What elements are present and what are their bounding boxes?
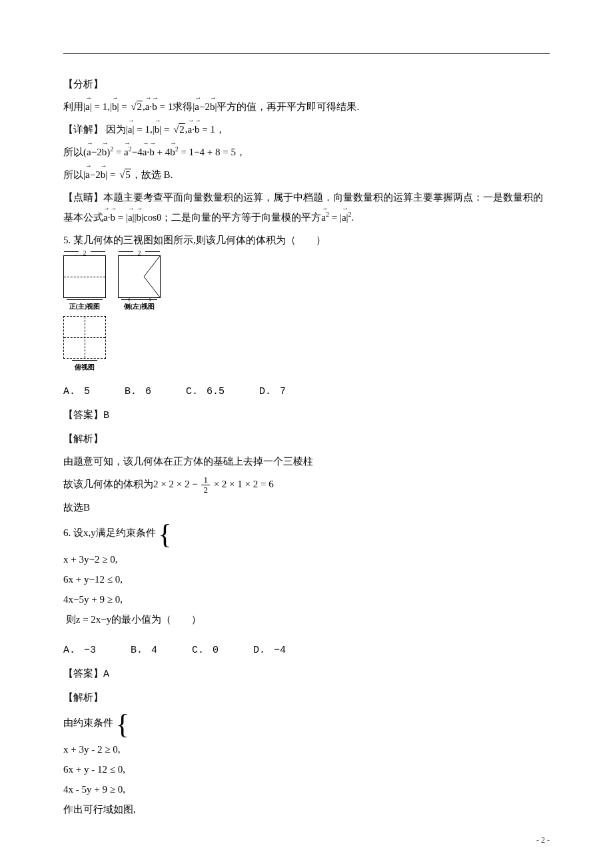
q5-answer: 【答案】B — [63, 403, 550, 427]
text: ， — [236, 147, 246, 157]
text: ；二是向量的平方等于向量模的平方 — [161, 212, 321, 223]
answer-value: B — [103, 410, 109, 421]
q5-jiexi-1: 由题意可知，该几何体在正方体的基础上去掉一个三棱柱 — [63, 450, 550, 473]
q6-jiexi-label: 【解析】 — [63, 686, 550, 709]
option-c: C. 6.5 — [186, 386, 225, 397]
dianjing-block: 【点睛】本题主要考查平面向量数量积的运算，属于中档题．向量数量积的运算主要掌握两… — [63, 186, 550, 229]
front-view: 2 正(主)视图 — [63, 255, 106, 313]
text: 由约束条件 — [63, 718, 113, 729]
text: 求得 — [173, 101, 193, 112]
dim-label: 2 — [64, 247, 105, 260]
analysis-block: 【分析】 — [63, 73, 550, 95]
dianjing-heading: 【点睛】 — [63, 192, 103, 203]
fraction: 12 — [201, 475, 210, 495]
constraint-1: x + 3y−2 ≥ 0, — [63, 549, 550, 569]
numerator: 1 — [201, 475, 210, 485]
detail-heading: 【详解】 — [63, 124, 103, 135]
option-d: D. −4 — [253, 645, 286, 656]
q5-jiexi-2: 故该几何体的体积为2 × 2 × 2 − 12 × 2 × 1 × 2 = 6 — [63, 473, 550, 496]
option-b: B. 4 — [131, 645, 157, 656]
text: 利用 — [63, 101, 83, 112]
q5-options: A. 5 B. 6 C. 6.5 D. 7 — [63, 381, 550, 403]
option-d: D. 7 — [259, 386, 286, 397]
option-b: B. 6 — [125, 386, 151, 397]
text: 所以 — [63, 169, 83, 180]
q5-jiexi-label: 【解析】 — [63, 427, 550, 450]
text: 则z = 2x−y的最小值为（ ） — [66, 614, 202, 625]
text: 因为 — [106, 124, 126, 135]
detail-line1: 【详解】 因为|a| = 1,|b| = 2,a·b = 1， — [63, 118, 550, 141]
analysis-heading: 【分析】 — [63, 79, 103, 89]
text: . — [352, 212, 354, 223]
expr: 2 × 2 × 2 − — [153, 479, 198, 489]
constraint-3: 4x - 5y + 9 ≥ 0, — [63, 779, 550, 799]
three-views-figure: 2 正(主)视图 2 ⟵ ⟶ 侧(左)视图 俯视图 — [63, 255, 550, 374]
text: 作出可行域如图, — [63, 804, 136, 815]
option-a: A. 5 — [63, 386, 90, 397]
constraint-system-2: { — [116, 710, 131, 738]
text: 6. 设x,y满足约束条件 — [63, 528, 156, 539]
answer-value: A — [103, 669, 109, 680]
page: 【分析】 利用|a| = 1,|b| = 2,a·b = 1求得|a−2b|平方… — [0, 0, 613, 868]
constraint-3: 4x−5y + 9 ≥ 0, — [63, 589, 550, 609]
q6-answer: 【答案】A — [63, 662, 550, 686]
detail-line3: 所以|a−2b| = 5，故选 B. — [63, 163, 550, 186]
top-view: 俯视图 — [63, 316, 106, 374]
constraint-2: 6x + y−12 ≤ 0, — [63, 569, 550, 589]
analysis-line1: 利用|a| = 1,|b| = 2,a·b = 1求得|a−2b|平方的值，再开… — [63, 95, 550, 118]
side-view: 2 ⟵ ⟶ 侧(左)视图 — [118, 255, 161, 313]
watermark-faint — [118, 350, 120, 374]
top-rule — [63, 53, 550, 54]
detail-line2: 所以(a−2b)2 = a2−4a·b + 4b2 = 1−4 + 8 = 5， — [63, 141, 550, 163]
answer-label: 【答案】 — [63, 409, 103, 420]
page-number: - 2 - — [536, 832, 550, 848]
side-view-shape — [119, 256, 160, 297]
option-c: C. 0 — [192, 645, 219, 656]
q6-options: A. −3 B. 4 C. 0 D. −4 — [63, 639, 550, 662]
q5-jiexi-3: 故选B — [63, 496, 550, 519]
top-view-label: 俯视图 — [72, 360, 97, 374]
text: 故该几何体的体积为 — [63, 479, 153, 489]
denominator: 2 — [201, 485, 210, 495]
q6-stem: 6. 设x,y满足约束条件 { — [63, 519, 550, 549]
text: 平方的值，再开平方即可得结果. — [217, 101, 359, 112]
text: ， — [215, 124, 225, 135]
text: 所以 — [63, 147, 83, 157]
constraint-1: x + 3y - 2 ≥ 0, — [63, 739, 550, 759]
q6-jiexi-body: 由约束条件 { — [63, 709, 550, 739]
constraint-2: 6x + y - 12 ≤ 0, — [63, 759, 550, 779]
front-view-label: 正(主)视图 — [67, 299, 103, 313]
answer-label: 【答案】 — [63, 668, 103, 679]
expr: × 2 × 1 × 2 = 6 — [214, 479, 274, 489]
option-a: A. −3 — [63, 645, 96, 656]
text: ，故选 B. — [131, 169, 173, 180]
constraint-system: { — [159, 520, 173, 548]
